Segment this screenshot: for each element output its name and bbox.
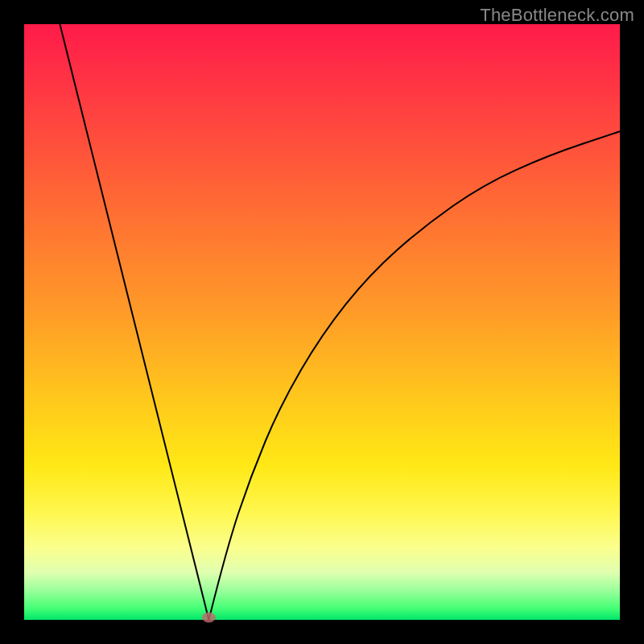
curve-right-branch xyxy=(208,131,620,620)
curve-svg xyxy=(24,24,620,620)
watermark-text: TheBottleneck.com xyxy=(480,5,634,26)
min-point-marker xyxy=(202,613,215,622)
curve-left-branch xyxy=(60,24,208,620)
plot-area xyxy=(24,24,620,620)
chart-canvas: TheBottleneck.com xyxy=(0,0,644,644)
